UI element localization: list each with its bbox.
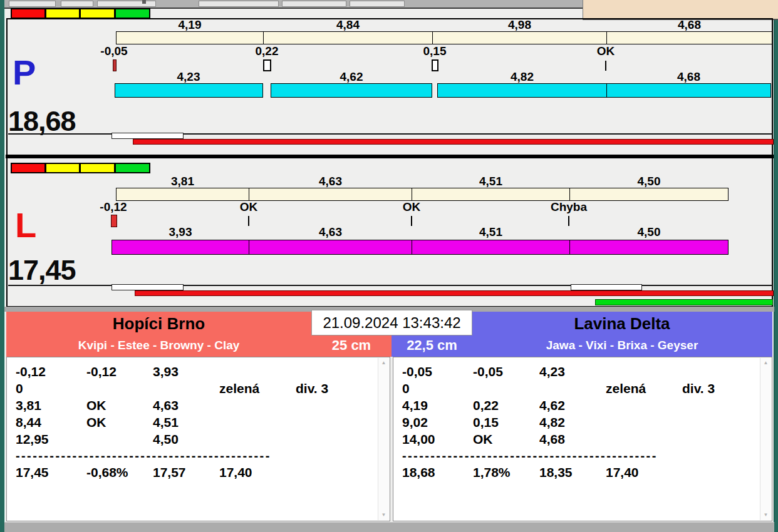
team-right-name: Lavina Delta — [472, 314, 772, 334]
progress-bar-green — [595, 299, 773, 305]
result-cell: 4,62 — [539, 399, 565, 412]
result-cell: 4,19 — [402, 399, 428, 412]
split-mark-label: 0,15 — [416, 46, 454, 57]
actual-segment-label: 4,23 — [115, 71, 262, 83]
background-window-button[interactable] — [350, 1, 405, 7]
start-light-red-l — [11, 163, 46, 173]
actual-bar-segment — [271, 83, 432, 98]
result-cell: 0,22 — [473, 399, 499, 412]
actual-segment-label: 4,50 — [569, 226, 729, 238]
plan-segment-label: 4,50 — [569, 175, 729, 187]
background-window-button[interactable] — [61, 1, 93, 7]
result-cell: 9,02 — [402, 416, 428, 429]
result-cell: 3,93 — [153, 365, 179, 379]
split-mark-label: OK — [393, 202, 430, 213]
team-left-result-panel[interactable]: -0,12 -0,12 3,93 0 zelená div. 3 3,81 OK… — [6, 357, 390, 521]
split-mark-label: 0,22 — [248, 46, 286, 57]
lane-l-letter: L — [15, 208, 36, 243]
plan-bar-segment — [116, 188, 249, 201]
summary-cell: -0,68% — [86, 466, 128, 479]
progress-window-box — [112, 284, 184, 290]
team-right-result-panel[interactable]: -0,05 -0,05 4,23 0 zelená div. 3 4,19 0,… — [393, 357, 772, 521]
actual-segment-label: 4,62 — [271, 71, 432, 83]
team-left-name: Hopíci Brno — [6, 314, 311, 334]
plan-bar-segment — [606, 31, 772, 44]
background-window-button[interactable] — [282, 1, 346, 7]
split-box-marker — [263, 59, 271, 71]
window-border-right — [774, 0, 778, 532]
plan-segment-label: 4,51 — [412, 175, 570, 187]
background-window-button[interactable] — [97, 1, 156, 7]
lane-l-total-time: 17,45 — [8, 256, 76, 284]
progress-window-box — [571, 284, 642, 290]
ok-tick-marker — [248, 216, 249, 226]
result-cell: 4,82 — [539, 416, 565, 429]
result-cell: OK — [86, 416, 106, 429]
plan-bar-segment — [412, 188, 570, 201]
progress-bar-red — [135, 290, 774, 296]
split-mark-label: Chyba — [544, 202, 594, 213]
start-light-red-p — [11, 8, 46, 19]
start-light-yellow2-l — [80, 163, 115, 173]
scroll-up-icon[interactable]: ▲ — [378, 360, 389, 366]
plan-segment-label: 4,68 — [606, 19, 772, 31]
result-separator-line: ----------------------------------------… — [402, 451, 697, 460]
lane-separator — [6, 155, 774, 158]
result-cell: 0 — [16, 382, 23, 396]
scrollbar[interactable]: ▲ ▼ — [760, 358, 771, 520]
result-cell: zelená — [606, 382, 646, 396]
plan-segment-label: 4,19 — [116, 19, 264, 31]
actual-segment-label: 3,93 — [112, 226, 249, 238]
scroll-down-icon[interactable]: ▼ — [760, 512, 771, 518]
summary-cell: 17,40 — [219, 466, 252, 479]
actual-segment-label: 4,82 — [437, 71, 607, 83]
actual-segment-label: 4,68 — [606, 71, 771, 83]
split-mark-label: OK — [230, 202, 267, 213]
caret-icon — [142, 0, 146, 4]
result-cell: div. 3 — [682, 382, 715, 396]
team-left-distance: 25 cm — [311, 337, 392, 354]
progress-window-box — [112, 133, 184, 139]
plan-bar-segment — [569, 188, 729, 201]
plan-bar-segment — [263, 31, 433, 44]
background-window-strip — [4, 0, 583, 9]
summary-cell: 17,57 — [153, 466, 186, 479]
summary-cell: 18,68 — [402, 466, 435, 479]
result-cell: div. 3 — [296, 382, 328, 396]
team-right-distance: 22,5 cm — [393, 337, 471, 354]
actual-segment-label: 4,63 — [249, 226, 412, 238]
result-cell: OK — [473, 432, 493, 446]
result-cell: OK — [86, 399, 106, 412]
background-window-corner — [583, 0, 778, 20]
scrollbar[interactable]: ▲ ▼ — [378, 358, 389, 520]
start-light-green-l — [115, 163, 150, 173]
summary-cell: 17,40 — [606, 466, 639, 479]
actual-segment-label: 4,51 — [412, 226, 570, 238]
timing-app-window: P 4,19 4,84 4,98 4,68 -0,05 0,22 0,15 OK… — [0, 0, 778, 532]
start-light-yellow1-p — [45, 8, 80, 19]
actual-bar-segment — [412, 240, 570, 255]
summary-cell: 1,78% — [473, 466, 511, 479]
scroll-up-icon[interactable]: ▲ — [760, 360, 771, 366]
actual-bar-segment — [437, 83, 607, 98]
plan-bar-segment — [116, 31, 264, 44]
actual-bar-segment — [569, 240, 729, 255]
result-cell: 4,63 — [153, 399, 179, 412]
background-window-button[interactable] — [199, 1, 279, 7]
split-mark-label: -0,05 — [95, 46, 133, 57]
result-separator-line: ----------------------------------------… — [16, 451, 310, 460]
status-bar — [4, 522, 774, 532]
actual-bar-segment — [112, 240, 249, 255]
background-window-button[interactable] — [9, 1, 56, 7]
plan-segment-label: 3,81 — [116, 175, 249, 187]
split-mark-label: OK — [587, 46, 625, 57]
ok-tick-marker — [605, 61, 606, 71]
ok-tick-marker — [411, 216, 412, 226]
result-cell: -0,05 — [473, 365, 503, 379]
scroll-down-icon[interactable]: ▼ — [378, 512, 389, 518]
summary-cell: 17,45 — [16, 466, 49, 479]
lane-p-total-time: 18,68 — [8, 107, 76, 135]
summary-cell: 18,35 — [539, 466, 573, 479]
result-cell: 0 — [402, 382, 410, 396]
start-light-green-p — [115, 8, 150, 19]
